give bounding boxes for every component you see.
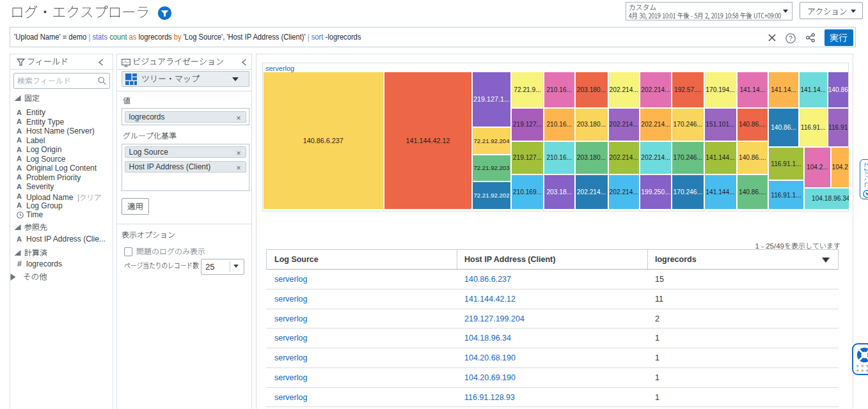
- svg-text:?: ?: [789, 34, 793, 42]
